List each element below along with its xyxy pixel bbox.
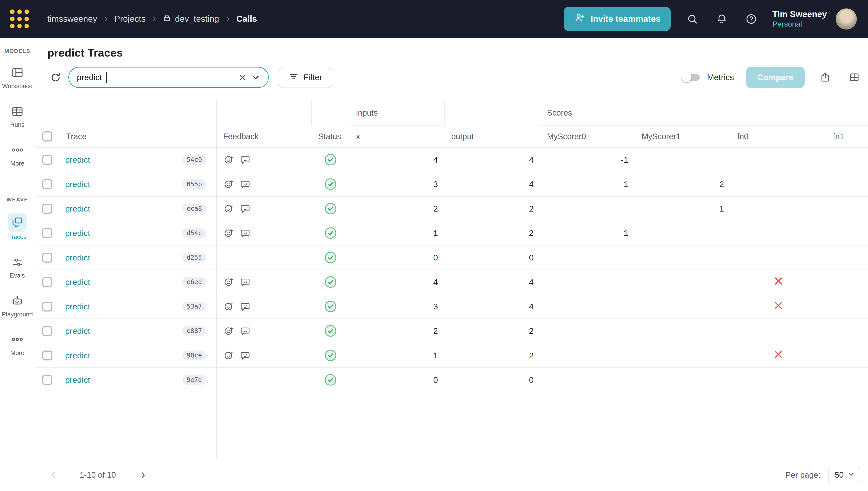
add-reaction-icon[interactable]	[224, 228, 234, 238]
help-icon[interactable]	[743, 11, 759, 27]
status-success-icon[interactable]	[324, 374, 337, 386]
table-row[interactable]: predicte6ed44	[35, 270, 868, 294]
col-header-feedback[interactable]: Feedback	[216, 125, 311, 147]
sidebar-item-playground[interactable]: Playground	[2, 292, 33, 318]
status-success-icon[interactable]	[324, 325, 337, 337]
col-header-status[interactable]: Status	[311, 125, 349, 147]
col-header-fn0[interactable]: fn0	[731, 125, 826, 147]
avatar[interactable]	[836, 8, 857, 30]
search-box[interactable]	[69, 67, 269, 88]
trace-link[interactable]: predict	[65, 228, 90, 238]
comment-icon[interactable]	[240, 155, 250, 165]
notifications-bell-icon[interactable]	[714, 11, 730, 27]
status-success-icon[interactable]	[324, 300, 337, 313]
table-row[interactable]: predicteca8221	[35, 197, 868, 221]
trace-link[interactable]: predict	[65, 375, 90, 385]
table-row[interactable]: predict53a734	[35, 294, 868, 319]
table-row[interactable]: predictd25500	[35, 246, 868, 270]
filter-button[interactable]: Filter	[279, 67, 332, 88]
trace-link[interactable]: predict	[65, 179, 90, 189]
status-success-icon[interactable]	[324, 202, 337, 215]
row-checkbox[interactable]	[42, 350, 52, 360]
row-checkbox[interactable]	[42, 228, 52, 238]
table-row[interactable]: predict055b3412	[35, 172, 868, 197]
prev-page-icon[interactable]	[46, 468, 61, 482]
sidebar-item-workspace[interactable]: Workspace	[2, 64, 32, 90]
status-success-icon[interactable]	[324, 276, 337, 288]
trace-link[interactable]: predict	[65, 351, 90, 360]
table-row[interactable]: predictd54c121	[35, 221, 868, 246]
table-row[interactable]: predictc88722	[35, 319, 868, 343]
row-checkbox[interactable]	[42, 179, 52, 189]
table-row[interactable]: predict9e7d00	[35, 368, 868, 392]
status-success-icon[interactable]	[324, 349, 337, 362]
add-reaction-icon[interactable]	[224, 351, 234, 360]
wandb-logo-icon[interactable]	[10, 9, 29, 28]
invite-teammates-button[interactable]: Invite teammates	[564, 7, 671, 31]
manage-columns-icon[interactable]	[846, 69, 863, 86]
add-reaction-icon[interactable]	[224, 179, 234, 189]
refresh-button[interactable]	[47, 69, 64, 86]
comment-icon[interactable]	[240, 228, 250, 238]
add-reaction-icon[interactable]	[224, 155, 234, 165]
row-checkbox[interactable]	[42, 253, 52, 263]
export-icon[interactable]	[817, 69, 834, 86]
row-checkbox[interactable]	[42, 155, 52, 165]
calls-table: inputs Scores Trace Feedback Status x ou…	[35, 100, 868, 459]
status-success-icon[interactable]	[324, 153, 337, 166]
comment-icon[interactable]	[240, 351, 250, 360]
metrics-toggle[interactable]	[681, 72, 701, 83]
trace-link[interactable]: predict	[65, 277, 90, 287]
sidebar-item-traces[interactable]: Traces	[8, 213, 27, 241]
sidebar-item-runs[interactable]: Runs	[8, 103, 27, 128]
status-success-icon[interactable]	[324, 178, 337, 190]
compare-button[interactable]: Compare	[746, 67, 805, 88]
trace-id-badge: 90ce	[182, 350, 207, 360]
comment-icon[interactable]	[240, 204, 250, 213]
row-checkbox[interactable]	[42, 204, 52, 214]
add-reaction-icon[interactable]	[224, 326, 234, 336]
sidebar-item-weave-more[interactable]: More	[8, 331, 27, 356]
row-checkbox[interactable]	[42, 375, 52, 385]
comment-icon[interactable]	[240, 277, 250, 287]
next-page-icon[interactable]	[136, 468, 151, 482]
col-header-myscorer1[interactable]: MyScorer1	[635, 125, 731, 147]
sidebar-item-evals[interactable]: Evals	[8, 254, 27, 279]
trace-link[interactable]: predict	[65, 302, 90, 311]
row-checkbox[interactable]	[42, 301, 52, 312]
sidebar-item-models-more[interactable]: More	[8, 142, 27, 167]
per-page-label: Per page:	[785, 470, 820, 480]
col-header-x[interactable]: x	[349, 125, 444, 147]
project-name: dev_testing	[175, 14, 219, 24]
status-success-icon[interactable]	[324, 252, 337, 264]
table-row[interactable]: predict90ce12	[35, 343, 868, 368]
add-reaction-icon[interactable]	[224, 302, 234, 311]
status-success-icon[interactable]	[324, 227, 337, 239]
col-header-trace[interactable]: Trace	[59, 125, 216, 147]
search-input[interactable]	[77, 73, 106, 82]
breadcrumb-projects[interactable]: Projects	[114, 14, 146, 24]
col-header-myscorer0[interactable]: MyScorer0	[540, 125, 635, 147]
clear-search-icon[interactable]	[236, 71, 249, 84]
table-row[interactable]: predict54c044-1	[35, 148, 868, 172]
row-checkbox[interactable]	[42, 277, 52, 287]
breadcrumb-user[interactable]: timssweeney	[47, 14, 97, 24]
breadcrumb-project[interactable]: dev_testing	[163, 14, 219, 24]
comment-icon[interactable]	[240, 179, 250, 189]
comment-icon[interactable]	[240, 326, 250, 336]
user-menu[interactable]: Tim Sweeney Personal	[772, 9, 827, 29]
search-options-chevron-icon[interactable]	[249, 71, 263, 84]
trace-link[interactable]: predict	[65, 155, 90, 165]
comment-icon[interactable]	[240, 302, 250, 311]
trace-link[interactable]: predict	[65, 253, 90, 262]
search-icon[interactable]	[684, 11, 700, 27]
trace-link[interactable]: predict	[65, 326, 90, 336]
col-header-output[interactable]: output	[444, 125, 540, 147]
add-reaction-icon[interactable]	[224, 204, 234, 213]
row-checkbox[interactable]	[42, 326, 52, 336]
select-all-checkbox[interactable]	[42, 132, 52, 141]
trace-link[interactable]: predict	[65, 204, 90, 213]
add-reaction-icon[interactable]	[224, 277, 234, 287]
per-page-select[interactable]: 50	[828, 467, 860, 483]
col-header-fn1[interactable]: fn1	[826, 125, 868, 147]
